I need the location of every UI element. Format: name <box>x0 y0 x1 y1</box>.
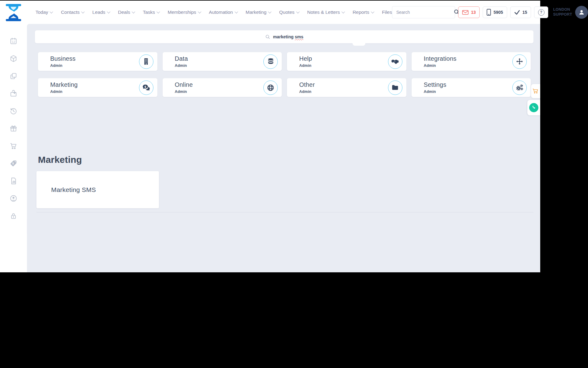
person-icon <box>578 9 585 16</box>
menu-quotes[interactable]: Quotes <box>279 10 299 15</box>
main-menu: Today Contacts Leads Deals Tasks Members… <box>36 10 392 15</box>
help-button[interactable]: ? <box>534 6 548 18</box>
search-text-misspelled: sms <box>295 34 303 39</box>
shopping-cart-icon <box>9 142 17 150</box>
chevron-down-icon <box>268 10 272 13</box>
admin-content: marketing sms Business Admin Data Admin … <box>27 24 540 272</box>
sidebar-item-reports[interactable] <box>9 177 17 185</box>
chevron-down-icon <box>81 10 85 13</box>
top-navbar: Today Contacts Leads Deals Tasks Members… <box>0 1 540 24</box>
chevron-down-icon <box>50 10 53 13</box>
menu-files[interactable]: Files <box>382 10 392 15</box>
menu-today[interactable]: Today <box>36 10 53 15</box>
admin-search-bar[interactable]: marketing sms <box>35 30 533 43</box>
sidebar-item-history[interactable] <box>9 107 17 115</box>
sidebar-item-shop[interactable] <box>9 142 17 150</box>
search-icon <box>265 34 270 40</box>
chevron-down-icon <box>107 10 110 13</box>
price-tag-icon: $ <box>9 159 17 167</box>
search-text: marketing <box>273 34 295 39</box>
database-icon <box>267 58 274 65</box>
sidebar-item-products[interactable] <box>9 55 17 63</box>
menu-leads[interactable]: Leads <box>92 10 110 15</box>
section-heading: Marketing <box>38 155 82 165</box>
menu-memberships[interactable]: Memberships <box>168 10 201 15</box>
chevron-down-icon <box>296 10 300 13</box>
global-search-input[interactable] <box>392 10 454 15</box>
menu-label: Today <box>36 10 48 15</box>
account-name: LONDON SUPPORT <box>553 7 572 17</box>
phone-icon <box>531 105 536 110</box>
phone-circle <box>529 103 538 112</box>
menu-label: Tasks <box>143 10 155 15</box>
menu-label: Reports <box>352 10 369 15</box>
account-line1: LONDON <box>553 7 572 12</box>
left-sidebar: 12 $ <box>0 24 27 272</box>
user-avatar[interactable] <box>575 6 588 19</box>
chevron-down-icon <box>132 10 135 13</box>
cogs-icon <box>515 83 524 92</box>
menu-label: Marketing <box>246 10 266 15</box>
phone-side-tab[interactable] <box>527 100 540 115</box>
menu-reports[interactable]: Reports <box>352 10 374 15</box>
mail-badge[interactable]: 13 <box>458 6 480 18</box>
tasks-badge[interactable]: 15 <box>510 6 531 18</box>
history-icon <box>9 107 17 115</box>
envelope-icon <box>462 10 469 15</box>
mail-count: 13 <box>471 10 476 15</box>
sidebar-item-pricing[interactable]: $ <box>9 159 17 167</box>
category-card-online[interactable]: Online Admin <box>163 78 282 97</box>
navbar-right-cluster: 13 5905 15 ? LONDON SUPPORT <box>392 6 588 19</box>
building-icon <box>142 58 150 65</box>
category-card-marketing[interactable]: Marketing Admin $ <box>38 78 157 97</box>
category-card-help[interactable]: Help Admin <box>287 52 406 71</box>
sidebar-item-calendar[interactable]: 12 <box>9 37 17 45</box>
globe-icon <box>267 84 274 91</box>
global-search <box>392 6 455 18</box>
menu-notes-letters[interactable]: Notes & Letters <box>307 10 344 15</box>
menu-marketing[interactable]: Marketing <box>246 10 271 15</box>
result-label: Marketing SMS <box>51 186 96 194</box>
svg-text:$: $ <box>12 162 14 165</box>
category-card-data[interactable]: Data Admin <box>163 52 282 71</box>
task-count: 15 <box>522 10 527 15</box>
question-mark-icon: ? <box>538 9 545 16</box>
category-card-settings[interactable]: Settings Admin <box>412 78 531 97</box>
sidebar-item-clone[interactable] <box>9 72 17 80</box>
sidebar-item-security[interactable] <box>9 212 17 220</box>
menu-label: Quotes <box>279 10 295 15</box>
chevron-down-icon <box>156 10 160 13</box>
app-logo-hourglass-icon[interactable] <box>6 4 21 21</box>
menu-tasks[interactable]: Tasks <box>143 10 159 15</box>
menu-deals[interactable]: Deals <box>118 10 134 15</box>
menu-label: Deals <box>118 10 130 15</box>
phone-number: 5905 <box>493 10 503 15</box>
import-box-icon <box>9 90 17 98</box>
admin-search-value: marketing sms <box>273 34 303 39</box>
search-bar-notch <box>352 43 365 46</box>
phone-extension-badge[interactable]: 5905 <box>483 6 507 18</box>
move-arrows-icon <box>516 58 523 65</box>
cart-side-tab[interactable] <box>531 84 540 98</box>
folder-icon <box>391 84 399 91</box>
shopping-cart-icon <box>533 88 539 94</box>
sidebar-item-import[interactable] <box>9 90 17 98</box>
svg-text:12: 12 <box>12 40 15 44</box>
category-grid: Business Admin Data Admin Help Admin Int… <box>38 52 531 97</box>
category-card-integrations[interactable]: Integrations Admin <box>412 52 531 71</box>
sidebar-item-rewards[interactable] <box>9 125 17 132</box>
menu-contacts[interactable]: Contacts <box>61 10 84 15</box>
lock-icon <box>9 212 17 220</box>
report-document-icon <box>9 177 17 185</box>
sidebar-item-profile[interactable] <box>9 194 17 202</box>
category-card-other[interactable]: Other Admin <box>287 78 406 97</box>
result-card-marketing-sms[interactable]: Marketing SMS <box>36 171 159 208</box>
checkmark-icon <box>514 10 520 15</box>
section-divider <box>36 212 533 213</box>
cube-icon <box>9 55 17 63</box>
menu-label: Memberships <box>168 10 196 15</box>
chevron-down-icon <box>198 10 201 13</box>
category-card-business[interactable]: Business Admin <box>38 52 157 71</box>
clone-icon <box>9 72 17 80</box>
menu-automation[interactable]: Automation <box>209 10 237 15</box>
